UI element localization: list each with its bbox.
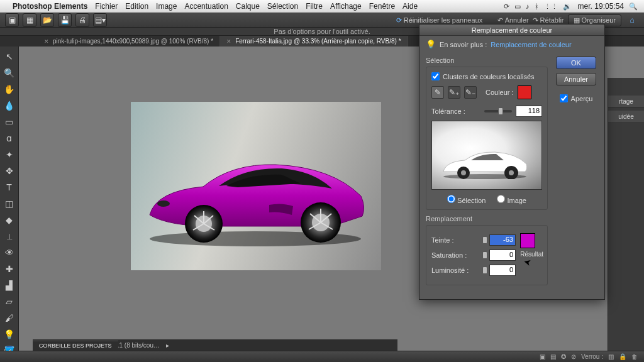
mac-menubar: Photoshop Elements Fichier Edition Image… <box>0 0 644 13</box>
lum-input[interactable]: 0 <box>489 265 516 276</box>
tolerance-input[interactable]: 118 <box>516 106 542 117</box>
toolbar-btn-save[interactable]: 💾 <box>58 13 72 27</box>
redeye-tool[interactable]: 👁 <box>3 246 16 259</box>
color-label: Couleur : <box>486 89 514 96</box>
cookie-tool[interactable]: ◆ <box>3 214 16 226</box>
toolbar-btn-1[interactable]: ▣ <box>5 13 19 27</box>
undo-link[interactable]: ↶ Annuler <box>497 16 528 25</box>
eyedropper-icon[interactable]: ✎ <box>431 86 444 99</box>
menu-filtre[interactable]: Filtre <box>306 2 323 11</box>
hand-tool[interactable]: ✋ <box>3 83 16 96</box>
sync-icon[interactable]: ⟳ <box>504 3 509 11</box>
bottom-icon[interactable]: ▥ <box>608 353 614 360</box>
lock-label: Verrou : <box>581 353 603 360</box>
menubar-clock[interactable]: mer. 19:05:54 <box>578 2 624 11</box>
app-name[interactable]: Photoshop Elements <box>13 2 87 11</box>
tab-label: pink-tulip-images,1440x900,50989.jpg @ 1… <box>53 38 213 45</box>
menu-calque[interactable]: Calque <box>236 2 260 11</box>
hint-link[interactable]: Remplacement de couleur <box>491 41 571 48</box>
menu-image[interactable]: Image <box>156 2 177 11</box>
menu-aide[interactable]: Aide <box>402 2 418 11</box>
bottom-icon[interactable]: 🗑 <box>631 353 638 360</box>
selection-preview[interactable] <box>431 121 542 190</box>
marquee-tool[interactable]: ▭ <box>3 116 16 128</box>
lum-slider[interactable] <box>484 269 486 272</box>
hue-input[interactable]: -63 <box>489 234 516 246</box>
volume-icon[interactable]: 🔉 <box>563 3 572 11</box>
reset-panels[interactable]: ⟳ Réinitialiser les panneaux <box>396 16 482 25</box>
display-icon[interactable]: ▭ <box>514 3 521 11</box>
bottom-icon[interactable]: 🔒 <box>619 353 626 360</box>
sat-slider[interactable] <box>484 254 486 256</box>
redo-link[interactable]: ↷ Rétablir <box>533 16 564 25</box>
type-tool[interactable]: T <box>3 181 16 194</box>
bottom-icon[interactable]: ▣ <box>540 353 545 360</box>
lum-label: Luminosité : <box>431 266 480 274</box>
eyedropper-tool[interactable]: 💧 <box>3 99 16 112</box>
tab-pink-tulip[interactable]: ✕ pink-tulip-images,1440x900,50989.jpg @… <box>38 36 220 47</box>
hue-slider[interactable] <box>484 239 486 241</box>
sat-input[interactable]: 0 <box>489 250 516 261</box>
close-icon[interactable]: ✕ <box>44 38 49 45</box>
close-icon[interactable]: ✕ <box>226 38 231 45</box>
ok-button[interactable]: OK <box>556 57 596 69</box>
eyedropper-minus-icon[interactable]: ✎₋ <box>464 86 477 99</box>
share-tab[interactable]: rtage <box>608 96 644 108</box>
toolbar-btn-2[interactable]: ▦ <box>23 13 36 27</box>
sat-label: Saturation : <box>431 251 480 259</box>
lasso-tool[interactable]: ɑ <box>3 132 16 145</box>
sample-color-swatch[interactable] <box>518 85 531 99</box>
eraser-tool[interactable]: ▱ <box>3 295 16 308</box>
menu-selection[interactable]: Sélection <box>267 2 298 11</box>
menu-affichage[interactable]: Affichage <box>330 2 362 11</box>
project-bin-tab[interactable]: CORBEILLE DES PROJETS <box>33 341 118 351</box>
cancel-button[interactable]: Annuler <box>556 73 596 85</box>
stamp-tool[interactable]: ▟ <box>3 279 16 292</box>
clusters-checkbox[interactable]: Clusters de couleurs localisés <box>431 72 542 80</box>
hue-label: Teinte : <box>431 236 480 244</box>
tolerance-label: Tolérance : <box>431 107 480 115</box>
straighten-tool[interactable]: ⟂ <box>3 230 16 243</box>
bottom-icon[interactable]: ⊘ <box>571 353 576 360</box>
menu-fichier[interactable]: Fichier <box>95 2 118 11</box>
smart-brush-tool[interactable]: 💡 <box>3 328 16 341</box>
brush-tool[interactable]: 🖌 <box>3 312 16 324</box>
guided-tab[interactable]: uidée <box>608 111 644 123</box>
dialog-hint: 💡 En savoir plus : Remplacement de coule… <box>419 36 604 53</box>
menu-edition[interactable]: Edition <box>125 2 148 11</box>
svg-point-15 <box>157 200 170 207</box>
replacement-group-label: Remplacement <box>426 215 548 222</box>
bottom-icon[interactable]: ▤ <box>550 353 556 360</box>
bottom-icon[interactable]: ✪ <box>561 353 566 360</box>
toolbar-layout[interactable]: ▤▾ <box>93 13 107 27</box>
clusters-input[interactable] <box>431 72 440 80</box>
preview-checkbox[interactable]: Aperçu <box>560 94 593 102</box>
move-tool[interactable]: ↖ <box>3 50 16 63</box>
result-color-swatch[interactable] <box>520 233 535 248</box>
tolerance-slider[interactable] <box>484 110 512 112</box>
wand-tool[interactable]: ✦ <box>3 148 16 161</box>
zoom-tool[interactable]: 🔍 <box>3 67 16 79</box>
bluetooth-icon[interactable]: ᚼ <box>535 3 539 10</box>
menu-accentuation[interactable]: Accentuation <box>184 2 228 11</box>
menu-fenetre[interactable]: Fenêtre <box>369 2 395 11</box>
toolbar-btn-open[interactable]: 📂 <box>40 13 54 27</box>
dialog-title[interactable]: Remplacement de couleur <box>419 25 604 36</box>
crop-tool[interactable]: ◫ <box>3 197 16 210</box>
toolbar-btn-print[interactable]: 🖨 <box>75 13 89 27</box>
status-chevron-icon[interactable]: ▸ <box>166 342 169 349</box>
wifi-icon[interactable]: ⋮⋮ <box>544 3 558 11</box>
spotlight-icon[interactable]: 🔍 <box>629 3 638 11</box>
audio-icon[interactable]: ♪ <box>526 3 530 10</box>
document-canvas[interactable] <box>131 102 381 270</box>
result-label: Résultat <box>520 251 543 258</box>
home-icon[interactable]: ⌂ <box>625 13 639 27</box>
radio-image[interactable]: Image <box>497 195 526 204</box>
tab-ferrari[interactable]: ✕ Ferrari-458-Italia.jpg @ 33.3% (Arrièr… <box>220 36 408 47</box>
tool-column-a: ↖ 🔍 ✋ 💧 ▭ ɑ ✦ ✥ T ◫ ◆ ⟂ 👁 ✚ ▟ ▱ 🖌 💡 🪣 ▦ … <box>0 47 19 362</box>
car-image <box>143 152 367 246</box>
selection-tool[interactable]: ✥ <box>3 165 16 177</box>
heal-tool[interactable]: ✚ <box>3 263 16 275</box>
eyedropper-plus-icon[interactable]: ✎₊ <box>448 86 460 99</box>
radio-selection[interactable]: Sélection <box>447 195 486 204</box>
